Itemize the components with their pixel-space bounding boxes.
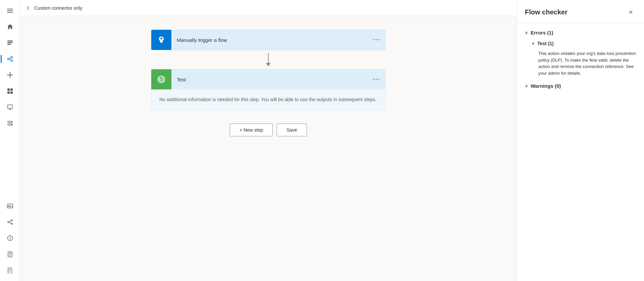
svg-point-6 [7, 58, 9, 60]
svg-rect-2 [7, 12, 13, 13]
new-step-button[interactable]: + New step [230, 124, 273, 136]
warnings-section-header[interactable]: ∨ Warnings (0) [525, 82, 636, 90]
checker-header: Flow checker ✕ [517, 0, 644, 23]
test-chevron-icon: ∨ [532, 41, 535, 46]
svg-line-10 [9, 59, 11, 60]
back-button[interactable] [25, 5, 31, 11]
svg-line-25 [9, 222, 11, 223]
svg-point-8 [11, 60, 12, 62]
trigger-icon [155, 33, 168, 46]
image-icon[interactable] [3, 199, 17, 213]
svg-point-37 [160, 38, 162, 40]
page-title: Custom connector only [34, 5, 82, 11]
step-body-text: No additional information is needed for … [159, 97, 377, 102]
action-buttons: + New step Save [230, 124, 307, 136]
svg-line-24 [9, 221, 11, 222]
test-section-label: Test (1) [537, 41, 554, 46]
flow-container: Manually trigger a flow ··· [151, 29, 386, 136]
svg-rect-30 [9, 252, 11, 253]
error-message-text: This action violates your org's data los… [538, 50, 636, 76]
svg-line-9 [9, 58, 11, 59]
svg-point-21 [11, 220, 12, 221]
arrow-head [266, 63, 271, 66]
step-header-test: Test ··· [151, 69, 385, 89]
svg-rect-28 [10, 238, 10, 240]
checker-close-button[interactable]: ✕ [625, 7, 636, 17]
sidebar [0, 0, 20, 281]
errors-section: ∨ Errors (1) ∨ Test (1) This action viol… [525, 28, 636, 76]
svg-point-7 [11, 57, 12, 58]
step-title-trigger: Manually trigger a flow [171, 37, 368, 43]
menu-icon[interactable] [3, 4, 17, 17]
my-flows-icon[interactable] [3, 36, 17, 50]
svg-point-22 [8, 221, 9, 223]
storage-icon[interactable] [3, 117, 17, 130]
connections-icon[interactable] [3, 52, 17, 66]
svg-rect-19 [7, 204, 13, 208]
step-body-test: No additional information is needed for … [151, 89, 385, 110]
test-sub-section: ∨ Test (1) This action violates your org… [532, 40, 636, 76]
warnings-chevron-icon: ∨ [525, 84, 528, 88]
topbar: Custom connector only [20, 0, 517, 16]
step-header-trigger: Manually trigger a flow ··· [151, 30, 385, 50]
svg-rect-5 [7, 44, 11, 45]
svg-rect-3 [7, 41, 13, 42]
svg-point-17 [11, 122, 12, 122]
errors-section-header[interactable]: ∨ Errors (1) [525, 28, 636, 37]
errors-chevron-icon: ∨ [525, 30, 528, 35]
svg-rect-11 [7, 88, 10, 91]
checker-body: ∨ Errors (1) ∨ Test (1) This action viol… [517, 23, 644, 101]
svg-point-23 [11, 223, 12, 224]
arrow-line [268, 53, 269, 63]
errors-label: Errors (1) [531, 30, 553, 36]
svg-rect-13 [7, 91, 10, 94]
clipboard-icon[interactable] [3, 248, 17, 261]
data-icon[interactable] [3, 84, 17, 98]
svg-rect-1 [7, 10, 13, 11]
svg-rect-14 [10, 91, 13, 94]
main-content: Custom connector only Manually trigger [20, 0, 517, 281]
step-menu-trigger[interactable]: ··· [368, 37, 385, 44]
flow-checker-panel: Flow checker ✕ ∨ Errors (1) ∨ Test (1) T… [517, 0, 644, 281]
step-icon-box-test [151, 69, 171, 89]
monitor-icon[interactable] [3, 100, 17, 114]
svg-rect-4 [7, 42, 13, 43]
create-icon[interactable] [3, 68, 17, 82]
save-button[interactable]: Save [277, 124, 307, 136]
step-title-test: Test [171, 77, 368, 82]
checker-title: Flow checker [525, 8, 568, 16]
step-card-test: Test ··· No additional information is ne… [151, 69, 386, 110]
learn-icon[interactable] [3, 231, 17, 245]
svg-point-18 [11, 124, 12, 125]
step-icon-box-trigger [151, 30, 171, 50]
step-menu-test[interactable]: ··· [368, 76, 385, 83]
warnings-section: ∨ Warnings (0) [525, 82, 636, 90]
test-icon [155, 73, 168, 86]
step-card-trigger: Manually trigger a flow ··· [151, 29, 386, 50]
svg-rect-12 [10, 88, 13, 91]
svg-point-27 [9, 237, 10, 238]
share-icon[interactable] [3, 215, 17, 229]
arrow-connector [266, 53, 271, 66]
svg-point-39 [161, 79, 162, 80]
book-icon[interactable] [3, 264, 17, 277]
warnings-label: Warnings (0) [531, 83, 561, 89]
home-icon[interactable] [3, 20, 17, 33]
flow-canvas: Manually trigger a flow ··· [20, 16, 517, 281]
test-sub-header[interactable]: ∨ Test (1) [532, 40, 636, 48]
svg-rect-0 [7, 9, 13, 9]
